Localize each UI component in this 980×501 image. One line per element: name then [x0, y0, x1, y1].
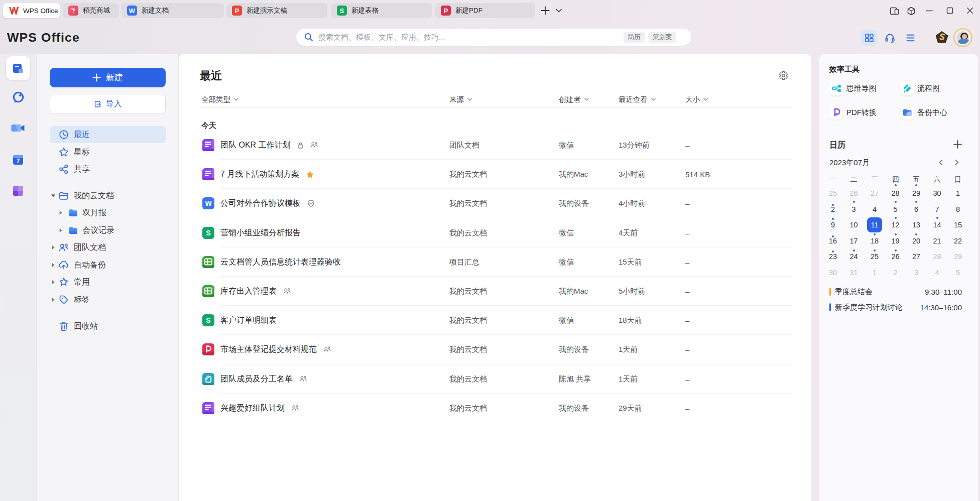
svg-text:7: 7 — [17, 158, 20, 165]
